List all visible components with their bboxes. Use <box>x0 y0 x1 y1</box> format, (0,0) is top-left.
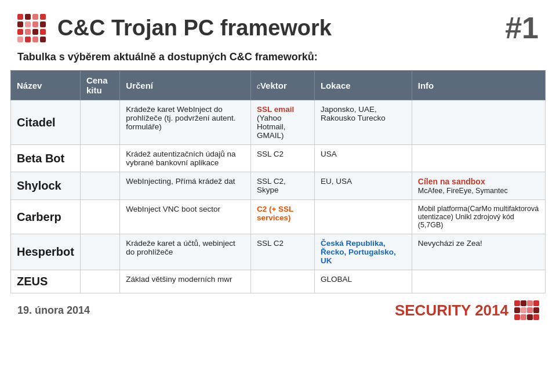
row-lokace-carberp <box>314 200 412 234</box>
row-cvektor-carberp: C2 (+ SSL services) <box>250 200 314 234</box>
subtitle: Tabulka s výběrem aktuálně a dostupných … <box>0 51 556 70</box>
col-cvektor: cVektor <box>250 71 314 100</box>
col-lokace: Lokace <box>314 71 412 100</box>
page-header: C&C Trojan PC framework #1 <box>0 0 556 51</box>
row-lokace-citadel: Japonsko, UAE, Rakousko Turecko <box>314 100 412 145</box>
row-lokace-hesperbot: Česká Republika, Řecko, Portugalsko, UK <box>314 234 412 270</box>
row-cena-shylock <box>80 172 119 200</box>
table-header-row: Název Cena kitu Určení cVektor Lokace In… <box>11 71 546 100</box>
table-row: Citadel Krádeže karet WebInject do prohl… <box>11 100 546 145</box>
row-urceni-betabot: Krádež autentizačních údajů na vybrané b… <box>120 145 251 172</box>
row-lokace-zeus: GLOBAL <box>314 270 412 293</box>
row-cena-hesperbot <box>80 234 119 270</box>
row-name-zeus: ZEUS <box>11 270 81 293</box>
page-number: #1 <box>505 10 539 45</box>
row-info-citadel <box>412 100 545 145</box>
footer-brand: SECURITY 2014 <box>395 300 539 320</box>
row-urceni-carberp: WebInject VNC boot sector <box>120 200 251 234</box>
footer-dots-icon <box>514 300 539 320</box>
row-urceni-citadel: Krádeže karet WebInject do prohlížeče (t… <box>120 100 251 145</box>
row-lokace-shylock: EU, USA <box>314 172 412 200</box>
row-info-betabot <box>412 145 545 172</box>
row-urceni-shylock: WebInjecting, Přímá krádež dat <box>120 172 251 200</box>
row-info-hesperbot: Nevycházi ze Zea! <box>412 234 545 270</box>
row-name-betabot: Beta Bot <box>11 145 81 172</box>
row-urceni-zeus: Základ většiny moderních mwr <box>120 270 251 293</box>
row-name-hesperbot: Hesperbot <box>11 234 81 270</box>
row-cvektor-hesperbot: SSL C2 <box>250 234 314 270</box>
footer-date: 19. února 2014 <box>17 304 90 317</box>
col-nazev: Název <box>11 71 81 100</box>
footer-brand-text: SECURITY 2014 <box>395 302 508 320</box>
row-cvektor-zeus <box>250 270 314 293</box>
row-info-zeus <box>412 270 545 293</box>
table-row: Hesperbot Krádeže karet a účtů, webinjec… <box>11 234 546 270</box>
table-row: Shylock WebInjecting, Přímá krádež dat S… <box>11 172 546 200</box>
table-row: Beta Bot Krádež autentizačních údajů na … <box>11 145 546 172</box>
row-cena-citadel <box>80 100 119 145</box>
row-cena-betabot <box>80 145 119 172</box>
row-info-carberp: Mobil platforma(CarMo multifaktorová ute… <box>412 200 545 234</box>
row-name-citadel: Citadel <box>11 100 81 145</box>
frameworks-table: Název Cena kitu Určení cVektor Lokace In… <box>10 70 546 293</box>
row-cena-carberp <box>80 200 119 234</box>
page-title: C&C Trojan PC framework <box>57 16 493 41</box>
col-urceni: Určení <box>120 71 251 100</box>
table-row: ZEUS Základ většiny moderních mwr GLOBAL <box>11 270 546 293</box>
row-cvektor-shylock: SSL C2, Skype <box>250 172 314 200</box>
row-urceni-hesperbot: Krádeže karet a účtů, webinject do prohl… <box>120 234 251 270</box>
col-cena: Cena kitu <box>80 71 119 100</box>
row-name-shylock: Shylock <box>11 172 81 200</box>
row-lokace-betabot: USA <box>314 145 412 172</box>
row-cvektor-citadel: SSL email(Yahoo Hotmail, GMAIL) <box>250 100 314 145</box>
row-name-carberp: Carberp <box>11 200 81 234</box>
logo-dots-icon <box>17 14 46 42</box>
row-cvektor-betabot: SSL C2 <box>250 145 314 172</box>
row-info-shylock: Cílen na sandbox McAfee, FireEye, Symant… <box>412 172 545 200</box>
table-row: Carberp WebInject VNC boot sector C2 (+ … <box>11 200 546 234</box>
main-table-wrapper: Název Cena kitu Určení cVektor Lokace In… <box>0 70 556 293</box>
page-footer: 19. února 2014 SECURITY 2014 <box>0 293 556 325</box>
row-cena-zeus <box>80 270 119 293</box>
col-info: Info <box>412 71 545 100</box>
